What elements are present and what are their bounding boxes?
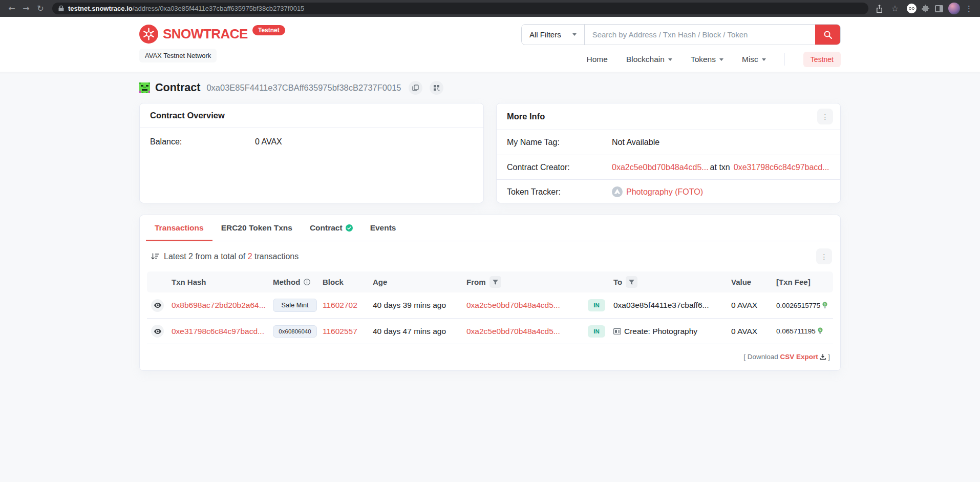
method-badge: 0x60806040 <box>273 325 317 338</box>
table-options-button[interactable]: ⋮ <box>816 248 832 264</box>
more-info-card-title: More Info <box>507 112 545 121</box>
txn-fee-value: 0.065711195 <box>776 327 816 335</box>
search-bar: All Filters <box>521 24 841 45</box>
tab-contract[interactable]: Contract <box>301 215 361 241</box>
side-panel-icon[interactable] <box>935 5 943 12</box>
direction-in-badge: IN <box>588 325 605 338</box>
tab-erc20-token-txns[interactable]: ERC20 Token Txns <box>212 215 301 241</box>
browser-reload-button[interactable]: ↻ <box>34 2 47 15</box>
nav-testnet-button[interactable]: Testnet <box>803 52 841 67</box>
direction-in-badge: IN <box>588 299 605 311</box>
browser-address-bar[interactable]: testnet.snowtrace.io/address/0xa03e85f44… <box>52 3 868 14</box>
tab-transactions[interactable]: Transactions <box>146 215 212 241</box>
token-tracker-link[interactable]: Photography (FOTO) <box>626 187 703 197</box>
col-method: Method <box>269 271 318 292</box>
search-filter-label: All Filters <box>529 30 561 39</box>
tx-preview-button[interactable] <box>151 299 164 312</box>
block-link[interactable]: 11602557 <box>323 327 357 336</box>
summary-count: 2 <box>248 252 252 261</box>
chevron-down-icon <box>719 58 723 61</box>
browser-menu-icon[interactable]: ⋮ <box>965 4 973 13</box>
method-badge: Safe Mint <box>273 299 317 312</box>
contract-doc-icon <box>613 328 621 334</box>
txn-hash-link[interactable]: 0xe31798c6c84c97bacd... <box>172 327 264 336</box>
transactions-summary: Latest 2 from a total of 2 transactions <box>164 252 299 261</box>
chevron-down-icon <box>572 33 577 36</box>
qr-code-button[interactable] <box>430 81 443 95</box>
tab-bar: Transactions ERC20 Token Txns Contract E… <box>140 215 840 241</box>
nav-misc-label: Misc <box>742 55 758 64</box>
browser-profile-avatar[interactable] <box>948 3 960 14</box>
value-amount: 0 AVAX <box>727 319 772 344</box>
col-age[interactable]: Age <box>369 271 462 292</box>
browser-chrome: ← → ↻ testnet.snowtrace.io/address/0xa03… <box>0 0 980 17</box>
csv-export-row: [ Download CSV Export ] <box>140 344 840 370</box>
gas-bulb-icon: $ <box>818 327 823 334</box>
from-address-link[interactable]: 0xa2c5e0bd70b48a4cd5... <box>466 301 560 309</box>
nav-home[interactable]: Home <box>587 55 608 64</box>
csv-export-link[interactable]: CSV Export <box>780 353 818 361</box>
nav-blockchain-label: Blockchain <box>626 55 665 64</box>
contract-address: 0xa03E85F4411e37CBAff635975bf38cB2737F00… <box>206 83 401 93</box>
url-domain: testnet.snowtrace.io <box>68 5 133 12</box>
tab-contract-label: Contract <box>310 223 343 233</box>
balance-label: Balance: <box>150 137 255 146</box>
txn-hash-link[interactable]: 0x8b698ac72bd20b2a64... <box>172 301 266 309</box>
to-filter-button[interactable] <box>626 276 637 288</box>
snowflake-logo-icon <box>139 25 158 44</box>
download-icon <box>820 354 826 360</box>
name-tag-label: My Name Tag: <box>507 138 612 147</box>
share-icon[interactable] <box>876 5 883 13</box>
tab-events[interactable]: Events <box>361 215 405 241</box>
from-filter-button[interactable] <box>489 276 501 288</box>
info-circle-icon[interactable] <box>304 279 310 285</box>
block-link[interactable]: 11602702 <box>323 301 357 309</box>
age-value: 40 days 39 mins ago <box>369 292 462 319</box>
search-input[interactable] <box>585 25 815 45</box>
network-label: AVAX Testnet Network <box>139 49 217 62</box>
nav-tokens-label: Tokens <box>691 55 716 64</box>
search-filter-select[interactable]: All Filters <box>522 25 585 45</box>
token-logo-icon <box>612 186 623 197</box>
balance-value: 0 AVAX <box>255 137 282 146</box>
more-info-card: More Info ⋮ My Name Tag: Not Available C… <box>496 103 841 203</box>
from-address-link[interactable]: 0xa2c5e0bd70b48a4cd5... <box>466 327 560 336</box>
creator-address-link[interactable]: 0xa2c5e0bd70b48a4cd5... <box>612 163 709 172</box>
nav-blockchain[interactable]: Blockchain <box>626 55 672 64</box>
snowtrace-logo[interactable]: SNOWTRACE Testnet <box>139 25 285 44</box>
creator-txn-link[interactable]: 0xe31798c6c84c97bacd... <box>734 163 829 172</box>
browser-back-button[interactable]: ← <box>5 2 18 15</box>
browser-forward-button[interactable]: → <box>19 2 33 15</box>
at-txn-text: at txn <box>710 163 730 172</box>
qr-code-icon <box>433 85 440 91</box>
search-button[interactable] <box>815 25 840 45</box>
extension-owl-icon[interactable] <box>907 4 917 13</box>
funnel-icon <box>493 280 498 285</box>
download-suffix: ] <box>826 353 830 361</box>
more-info-menu-button[interactable]: ⋮ <box>817 109 833 124</box>
transactions-table: Txn Hash Method Block Age <box>147 271 833 344</box>
logo-testnet-badge: Testnet <box>252 25 285 35</box>
to-contract-name: Create: Photography <box>624 327 697 336</box>
col-from: From <box>462 271 584 292</box>
puzzle-extensions-icon[interactable] <box>922 5 930 13</box>
table-header-row: Txn Hash Method Block Age <box>147 271 833 292</box>
tx-preview-button[interactable] <box>151 325 164 338</box>
contract-blockie-icon <box>139 82 150 93</box>
col-txn-fee: [Txn Fee] <box>772 271 833 292</box>
token-tracker-label: Token Tracker: <box>507 187 612 197</box>
bookmark-star-icon[interactable]: ☆ <box>888 2 902 15</box>
col-to-label: To <box>613 278 622 286</box>
table-row: 0xe31798c6c84c97bacd... 0x60806040 11602… <box>147 319 833 344</box>
funnel-icon <box>629 280 634 285</box>
summary-prefix: Latest 2 from a total of <box>164 252 248 261</box>
nav-tokens[interactable]: Tokens <box>691 55 723 64</box>
contract-creator-label: Contract Creator: <box>507 163 612 172</box>
eye-icon <box>154 303 161 308</box>
site-header: SNOWTRACE Testnet AVAX Testnet Network A… <box>0 17 980 72</box>
copy-address-button[interactable] <box>409 81 422 95</box>
nav-misc[interactable]: Misc <box>742 55 766 64</box>
txn-fee-value: 0.0026515775 <box>776 302 820 309</box>
search-icon <box>824 31 832 39</box>
lock-icon <box>58 5 64 12</box>
